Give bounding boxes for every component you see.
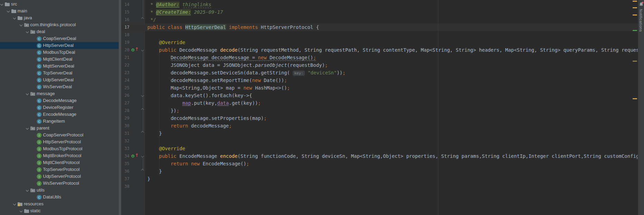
code-line-24[interactable]: 24 decodeMessage.setReportTime(new Date(… bbox=[121, 76, 638, 84]
tree-item-mqttclientdeal[interactable]: CMqttClientDeal bbox=[0, 56, 119, 63]
code-line-23[interactable]: 23 decodeMessage.setDeviceSn(data.getStr… bbox=[121, 69, 638, 76]
expand-chevron-icon[interactable] bbox=[26, 30, 29, 33]
tree-item-httpserverdeal[interactable]: CHttpServerDeal bbox=[0, 42, 119, 49]
fold-end-icon[interactable] bbox=[142, 110, 144, 112]
tree-item-mqttclientprotocol[interactable]: IMqttClientProtocol bbox=[0, 159, 119, 166]
tree-item-com-thinglinks-protocol[interactable]: com.thinglinks.protocol bbox=[0, 21, 119, 28]
code-line-28[interactable]: 28 }); bbox=[121, 107, 638, 114]
tree-item-utils[interactable]: utils bbox=[0, 187, 119, 194]
overrides-method-gutter-icon[interactable]: o↑ bbox=[131, 154, 140, 158]
code-line-26[interactable]: 26 data.keySet().forEach(key->{ bbox=[121, 92, 638, 99]
tree-item-modbustcpdeal[interactable]: CModbusTcpDeal bbox=[0, 49, 119, 56]
code-line-15[interactable]: 15 * @CreateTime: 2025-09-17 bbox=[121, 8, 638, 16]
fold-end-icon[interactable] bbox=[142, 19, 144, 21]
tree-item-udpserverprotocol[interactable]: IUdpServerProtocol bbox=[0, 173, 119, 180]
error-stripe-mark[interactable] bbox=[633, 98, 637, 99]
tree-item-encodemessage[interactable]: CEncodeMessage bbox=[0, 111, 119, 118]
notifications-tool-button[interactable]: Notifications bbox=[639, 9, 643, 32]
line-number[interactable]: 20 bbox=[121, 46, 129, 54]
tree-item-coapserverdeal[interactable]: CCoapServerDeal bbox=[0, 35, 119, 42]
line-number[interactable]: 15 bbox=[121, 8, 129, 16]
tree-item-parent[interactable]: parent bbox=[0, 125, 119, 132]
code-line-27[interactable]: 27 map.put(key,data.get(key)); bbox=[121, 99, 638, 107]
tree-item-deviceregister[interactable]: CDeviceRegister bbox=[0, 104, 119, 111]
expand-chevron-icon[interactable] bbox=[13, 17, 16, 19]
tree-item-wsserverprotocol[interactable]: IWsServerProtocol bbox=[0, 180, 119, 187]
line-number[interactable]: 25 bbox=[121, 84, 129, 92]
code-line-30[interactable]: 30 return decodeMessage; bbox=[121, 122, 638, 130]
tree-item-message[interactable]: message bbox=[0, 90, 119, 97]
fold-collapse-icon[interactable] bbox=[142, 49, 144, 52]
line-number[interactable]: 14 bbox=[121, 1, 129, 8]
code-line-29[interactable]: 29 decodeMessage.setProperties(map); bbox=[121, 114, 638, 122]
code-line-31[interactable]: 31 } bbox=[121, 130, 638, 137]
code-line-38[interactable]: 38 bbox=[121, 183, 638, 190]
error-stripe-mark[interactable] bbox=[633, 7, 637, 8]
tree-item-main[interactable]: main bbox=[0, 8, 119, 14]
code-line-19[interactable]: 19 @Override bbox=[121, 39, 638, 46]
fold-end-icon[interactable] bbox=[142, 170, 144, 173]
code-line-34[interactable]: 34o↑ public EncodeMessage encode(String … bbox=[121, 152, 638, 160]
overrides-method-gutter-icon[interactable]: o↑ bbox=[131, 48, 140, 52]
code-line-16[interactable]: 16 */ bbox=[121, 16, 638, 23]
error-stripe-mark[interactable] bbox=[633, 1, 637, 2]
code-line-35[interactable]: 35 return new EncodeMessage(); bbox=[121, 160, 638, 167]
code-line-36[interactable]: 36 } bbox=[121, 167, 638, 175]
error-stripe-mark[interactable] bbox=[633, 61, 637, 62]
code-line-20[interactable]: 20o↑ public DecodeMessage decode(String … bbox=[121, 46, 638, 54]
tree-item-static[interactable]: static bbox=[0, 207, 119, 214]
code-line-21[interactable]: 21 DecodeMessage decodeMessage = new Dec… bbox=[121, 54, 638, 61]
line-number[interactable]: 35 bbox=[121, 160, 129, 167]
line-number[interactable]: 21 bbox=[121, 54, 129, 61]
code-line-33[interactable]: 33 @Override bbox=[121, 145, 638, 152]
line-number[interactable]: 17 bbox=[121, 23, 129, 31]
line-number[interactable]: 32 bbox=[121, 137, 129, 145]
line-number[interactable]: 33 bbox=[121, 145, 129, 152]
fold-end-icon[interactable] bbox=[142, 132, 144, 135]
expand-chevron-icon[interactable] bbox=[26, 127, 29, 130]
tree-item-modbustcpprotocol[interactable]: IModbusTcpProtocol bbox=[0, 145, 119, 152]
code-line-22[interactable]: 22 JSONObject data = JSONObject.parseObj… bbox=[121, 61, 638, 69]
line-number[interactable]: 30 bbox=[121, 122, 129, 130]
tree-item-datautils[interactable]: CDataUtils bbox=[0, 194, 119, 201]
tree-item-rangeitem[interactable]: CRangeItem bbox=[0, 118, 119, 125]
line-number[interactable]: 31 bbox=[121, 130, 129, 137]
line-number[interactable]: 19 bbox=[121, 39, 129, 46]
tree-item-httpserverprotocol[interactable]: IHttpServerProtocol bbox=[0, 139, 119, 145]
line-number[interactable]: 27 bbox=[121, 99, 129, 107]
expand-chevron-icon[interactable] bbox=[26, 189, 29, 192]
tree-item-decodemessage[interactable]: CDecodeMessage bbox=[0, 97, 119, 104]
line-number[interactable]: 34 bbox=[121, 152, 129, 160]
panel-splitter[interactable] bbox=[119, 0, 121, 215]
code-line-17[interactable]: 17public class HttpServerDeal implements… bbox=[121, 23, 638, 31]
tree-item-src[interactable]: src bbox=[0, 1, 119, 8]
line-number[interactable]: 28 bbox=[121, 107, 129, 114]
expand-chevron-icon[interactable] bbox=[19, 23, 22, 26]
tree-item-mqttserverdeal[interactable]: CMqttServerDeal bbox=[0, 63, 119, 70]
tree-item-coapserverprotocol[interactable]: ICoapServerProtocol bbox=[0, 132, 119, 139]
line-number[interactable]: 36 bbox=[121, 167, 129, 175]
line-number[interactable]: 23 bbox=[121, 69, 129, 76]
expand-chevron-icon[interactable] bbox=[13, 203, 16, 205]
tree-item-resources[interactable]: resources bbox=[0, 201, 119, 207]
code-line-18[interactable]: 18 bbox=[121, 31, 638, 39]
line-number[interactable]: 16 bbox=[121, 16, 129, 23]
tree-item-java[interactable]: java bbox=[0, 14, 119, 21]
expand-chevron-icon[interactable] bbox=[19, 209, 22, 212]
tree-item-tcpserverprotocol[interactable]: ITcpServerProtocol bbox=[0, 166, 119, 173]
error-stripe-mark[interactable] bbox=[633, 14, 637, 16]
code-line-25[interactable]: 25 Map<String,Object> map = new HashMap<… bbox=[121, 84, 638, 92]
line-number[interactable]: 38 bbox=[121, 183, 129, 190]
code-line-37[interactable]: 37} bbox=[121, 175, 638, 183]
code-line-32[interactable]: 32 bbox=[121, 137, 638, 145]
fold-collapse-icon[interactable] bbox=[142, 155, 144, 158]
tree-item-udpserverdeal[interactable]: CUdpServerDeal bbox=[0, 76, 119, 83]
line-number[interactable]: 37 bbox=[121, 175, 129, 183]
line-number[interactable]: 24 bbox=[121, 76, 129, 84]
expand-chevron-icon[interactable] bbox=[7, 10, 9, 12]
notifications-bell-icon[interactable] bbox=[639, 2, 644, 7]
line-number[interactable]: 26 bbox=[121, 92, 129, 99]
error-stripe-mark[interactable] bbox=[633, 30, 637, 31]
line-number[interactable]: 22 bbox=[121, 61, 129, 69]
line-number[interactable]: 29 bbox=[121, 114, 129, 122]
